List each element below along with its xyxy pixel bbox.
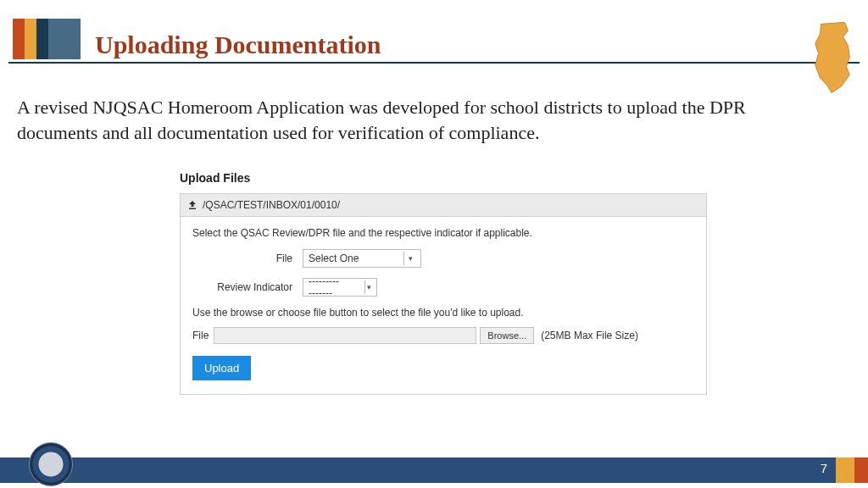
upload-heading: Upload Files bbox=[180, 171, 707, 185]
chevron-down-icon: ▾ bbox=[364, 280, 373, 294]
browse-button[interactable]: Browse... bbox=[480, 327, 534, 344]
file-input-label: File bbox=[192, 330, 209, 341]
upload-icon bbox=[187, 200, 198, 210]
instruction-1: Select the QSAC Review/DPR file and the … bbox=[192, 227, 694, 239]
instruction-2: Use the browse or choose file button to … bbox=[192, 307, 694, 319]
page-title: Uploading Documentation bbox=[95, 30, 381, 59]
review-indicator-value: ---------------- bbox=[309, 275, 339, 299]
header-stripe-block bbox=[13, 19, 81, 59]
intro-paragraph: A revised NJQSAC Homeroom Application wa… bbox=[17, 95, 805, 145]
max-file-size-note: (25MB Max File Size) bbox=[541, 330, 638, 341]
review-indicator-select[interactable]: ---------------- ▾ bbox=[303, 278, 377, 297]
chevron-down-icon: ▾ bbox=[403, 252, 417, 265]
slide-footer: 7 bbox=[0, 452, 868, 488]
upload-button[interactable]: Upload bbox=[192, 356, 251, 380]
file-path-input[interactable] bbox=[214, 327, 476, 344]
upload-files-panel: Upload Files /QSAC/TEST/INBOX/01/0010/ S… bbox=[180, 171, 707, 395]
header-divider bbox=[8, 62, 860, 64]
nj-state-icon bbox=[809, 20, 858, 95]
upload-path-text: /QSAC/TEST/INBOX/01/0010/ bbox=[203, 199, 340, 211]
file-select-value: Select One bbox=[309, 252, 359, 264]
page-number: 7 bbox=[821, 461, 827, 475]
upload-path-bar: /QSAC/TEST/INBOX/01/0010/ bbox=[181, 194, 706, 217]
file-select[interactable]: Select One ▾ bbox=[303, 249, 421, 268]
review-indicator-label: Review Indicator bbox=[192, 281, 303, 293]
nj-doe-seal-icon bbox=[29, 442, 73, 486]
file-select-label: File bbox=[192, 252, 303, 264]
